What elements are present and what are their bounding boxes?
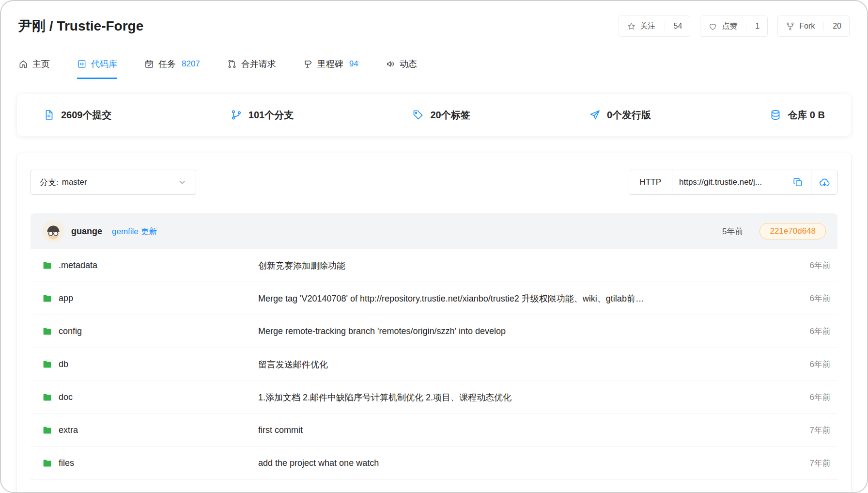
file-commit-message[interactable]: 创新竞赛添加删除功能 [258,260,784,271]
fork-count: 20 [823,22,841,31]
file-row: extra first commit 7年前 [31,414,837,447]
tag-icon [412,109,424,121]
file-row: .metadata 创新竞赛添加删除功能 6年前 [31,249,837,282]
commit-time: 5年前 [722,226,743,237]
tab-home[interactable]: 主页 [18,58,50,79]
repo-toolbar: 分支: master HTTP https://git.trustie.net/… [31,153,837,213]
heart-icon [708,22,717,31]
app-window: 尹刚 / Trustie-Forge 关注 54 点赞 1 Fork 20 主页 [0,0,868,493]
file-name-cell: config [31,326,258,336]
branch-icon [231,109,242,121]
file-commit-message[interactable]: Merge remote-tracking branch 'remotes/or… [258,326,784,336]
file-commit-time: 6年前 [784,326,837,337]
page-title: 尹刚 / Trustie-Forge [18,16,143,36]
tab-issues[interactable]: 任务 8207 [144,58,200,79]
repo-stats-bar: 2609个提交 101个分支 20个标签 0个发行版 仓库 0 B [16,94,852,136]
commit-message-link[interactable]: gemfile 更新 [112,226,157,237]
file-name-cell: app [31,293,258,303]
stat-commits-label: 2609个提交 [61,109,112,122]
release-icon [589,109,601,121]
file-row: db 留言发送邮件优化 6年前 [31,348,837,381]
file-name[interactable]: db [59,359,68,369]
tab-activity-label: 动态 [400,58,417,70]
stat-branches[interactable]: 101个分支 [231,109,294,122]
file-row-partial [31,480,837,493]
file-name[interactable]: doc [59,392,73,402]
file-name[interactable]: files [59,458,74,468]
folder-icon [42,260,52,270]
file-name-cell: extra [31,425,258,435]
file-commit-time: 7年前 [784,425,837,436]
stat-branches-label: 101个分支 [248,109,294,122]
file-name-cell: .metadata [31,260,258,270]
home-icon [18,59,28,69]
latest-commit-bar: guange gemfile 更新 5年前 221e70d648 [31,213,837,249]
file-name[interactable]: .metadata [59,260,97,270]
header-actions: 关注 54 点赞 1 Fork 20 [619,16,850,37]
tab-activity[interactable]: 动态 [386,58,417,79]
stat-tags-label: 20个标签 [430,109,470,122]
praise-count: 1 [746,22,760,31]
praise-label: 点赞 [722,21,737,32]
file-row: files add the project what one watch 7年前 [31,447,837,480]
folder-icon [42,458,52,468]
stat-releases-label: 0个发行版 [607,109,651,122]
tab-milestones[interactable]: 里程碑 94 [303,58,358,79]
milestone-icon [303,59,313,69]
stat-releases[interactable]: 0个发行版 [589,109,651,122]
file-commit-time: 6年前 [784,359,837,370]
tab-issues-label: 任务 [158,58,176,70]
folder-icon [42,359,52,369]
folder-icon [42,425,52,435]
commit-icon [43,109,55,121]
commit-author[interactable]: guange [71,226,102,237]
branch-label: 分支: [40,177,59,188]
stat-commits[interactable]: 2609个提交 [43,109,112,122]
tab-pulls-label: 合并请求 [241,58,276,70]
file-row: app Merge tag 'V20140708' of http://repo… [31,282,837,315]
protocol-http-button[interactable]: HTTP [629,170,672,194]
file-commit-message[interactable]: Merge tag 'V20140708' of http://reposito… [258,293,784,304]
clone-url-input[interactable]: https://git.trustie.net/j... [672,170,785,194]
file-name[interactable]: app [59,293,73,303]
stat-tags[interactable]: 20个标签 [412,109,470,122]
fork-label: Fork [799,22,815,31]
tab-issues-count: 8207 [182,59,200,69]
file-table: .metadata 创新竞赛添加删除功能 6年前 app Merge tag '… [31,249,837,493]
folder-icon [42,392,52,402]
watch-label: 关注 [640,21,656,32]
file-commit-message[interactable]: first commit [258,425,784,435]
pull-request-icon [227,59,237,69]
file-commit-message[interactable]: 1.添加文档 2.邮件中缺陷序号计算机制优化 2.项目、课程动态优化 [258,392,784,403]
file-name-cell: db [31,359,258,369]
file-row: doc 1.添加文档 2.邮件中缺陷序号计算机制优化 2.项目、课程动态优化 6… [31,381,837,414]
copy-url-button[interactable] [785,170,811,194]
stat-repo-size[interactable]: 仓库 0 B [770,109,825,122]
praise-button[interactable]: 点赞 1 [700,16,768,37]
file-commit-time: 6年前 [784,392,837,403]
tab-home-label: 主页 [32,58,50,70]
fork-button[interactable]: Fork 20 [777,16,850,37]
file-commit-time: 7年前 [784,458,837,469]
repo-file-card: 分支: master HTTP https://git.trustie.net/… [16,153,852,493]
tab-code[interactable]: 代码库 [77,58,117,79]
file-name-cell: files [31,458,258,468]
commit-sha-badge[interactable]: 221e70d648 [760,223,826,239]
tab-milestones-label: 里程碑 [317,58,343,70]
tab-code-label: 代码库 [91,58,117,70]
repo-header: 尹刚 / Trustie-Forge 关注 54 点赞 1 Fork 20 [1,1,867,37]
file-row: config Merge remote-tracking branch 'rem… [31,315,837,348]
branch-value: master [62,177,87,187]
download-button[interactable] [811,170,837,194]
avatar[interactable] [42,220,64,242]
tab-milestones-count: 94 [349,59,358,69]
watch-button[interactable]: 关注 54 [619,16,691,37]
file-commit-message[interactable]: 留言发送邮件优化 [258,359,784,370]
repository-icon [77,59,87,69]
file-commit-message[interactable]: add the project what one watch [258,458,784,468]
file-name[interactable]: extra [59,425,78,435]
watch-count: 54 [665,22,682,31]
branch-selector[interactable]: 分支: master [31,170,196,195]
tab-pulls[interactable]: 合并请求 [227,58,276,79]
file-name[interactable]: config [59,326,82,336]
